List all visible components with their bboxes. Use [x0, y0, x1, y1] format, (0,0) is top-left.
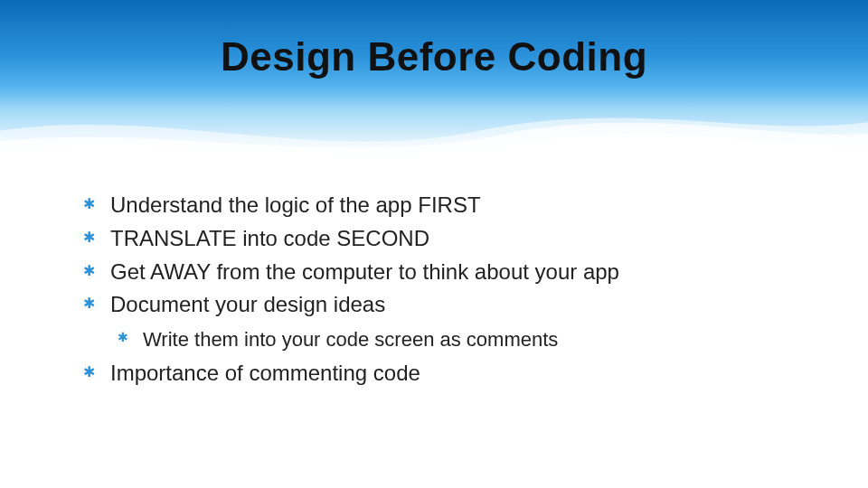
bullet-item: Importance of commenting code — [83, 358, 814, 389]
bullet-text: Importance of commenting code — [110, 361, 420, 385]
bullet-text: Understand the logic of the app FIRST — [110, 192, 481, 217]
sub-bullet-item: Write them into your code screen as comm… — [118, 324, 814, 354]
slide-title: Design Before Coding — [0, 34, 868, 80]
bullet-list: Understand the logic of the app FIRST TR… — [83, 190, 814, 389]
slide-content: Understand the logic of the app FIRST TR… — [83, 190, 814, 391]
bullet-item: Document your design ideas Write them in… — [83, 289, 814, 354]
bullet-item: Get AWAY from the computer to think abou… — [83, 257, 814, 288]
bullet-item: TRANSLATE into code SECOND — [83, 223, 814, 255]
bullet-text: Write them into your code screen as comm… — [143, 328, 558, 351]
wave-decoration — [0, 86, 868, 158]
bullet-text: Document your design ideas — [110, 292, 385, 316]
slide: Design Before Coding Understand the logi… — [0, 0, 868, 488]
bullet-item: Understand the logic of the app FIRST — [83, 190, 814, 221]
bullet-text: Get AWAY from the computer to think abou… — [110, 259, 619, 284]
bullet-text: TRANSLATE into code SECOND — [110, 226, 429, 250]
sub-bullet-list: Write them into your code screen as comm… — [110, 324, 814, 354]
